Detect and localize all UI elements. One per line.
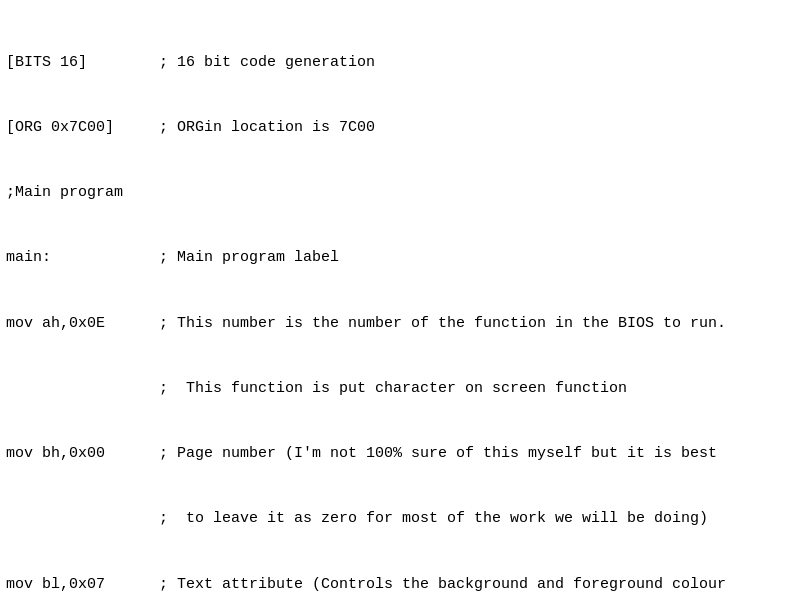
code-line-8: ; to leave it as zero for most of the wo… [6,508,788,530]
code-line-3: ;Main program [6,182,788,204]
code-line-2: [ORG 0x7C00] ; ORGin location is 7C00 [6,117,788,139]
code-display: [BITS 16] ; 16 bit code generation [ORG … [6,8,788,595]
code-line-7: mov bh,0x00 ; Page number (I'm not 100% … [6,443,788,465]
code-line-6: ; This function is put character on scre… [6,378,788,400]
code-line-9: mov bl,0x07 ; Text attribute (Controls t… [6,574,788,596]
code-line-5: mov ah,0x0E ; This number is the number … [6,313,788,335]
code-line-4: main: ; Main program label [6,247,788,269]
code-line-1: [BITS 16] ; 16 bit code generation [6,52,788,74]
